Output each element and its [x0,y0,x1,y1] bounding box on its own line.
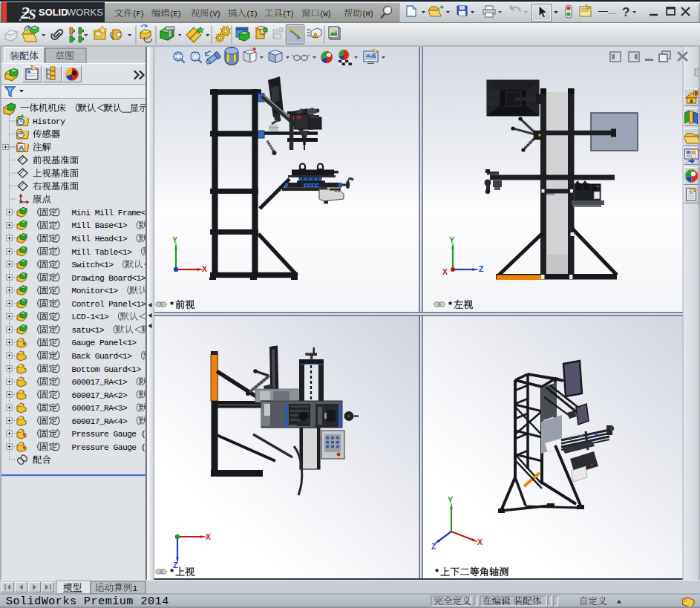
svg-text:SolidWorks Premium 2014: SolidWorks Premium 2014 [6,595,169,608]
svg-text:1: 1 [132,584,137,593]
svg-text:Z: Z [431,542,436,551]
svg-text:X: X [477,537,483,546]
svg-text:S: S [28,7,36,22]
svg-text:LCD-1<1>: LCD-1<1> [72,313,114,321]
svg-text:Y: Y [448,495,453,504]
svg-text:Y: Y [172,235,177,244]
svg-text:Monitor<1>: Monitor<1> [72,287,122,295]
svg-text:(E): (E) [170,10,181,19]
svg-text:—...: —... [598,5,616,16]
svg-text:600017_RA<4>: 600017_RA<4> [72,417,132,426]
svg-text:?: ? [622,5,629,19]
svg-text:Mill Base<1>: Mill Base<1> [72,221,132,230]
svg-text:Drawing Board<1>: Drawing Board<1> [72,274,151,283]
svg-text:Bottom Guard<1>: Bottom Guard<1> [72,365,145,374]
svg-text:600017_RA<1>: 600017_RA<1> [72,378,132,387]
svg-text:Mill Table<1>: Mill Table<1> [72,248,137,257]
svg-text:WORKS: WORKS [67,7,103,18]
svg-text:(F): (F) [133,10,144,19]
svg-text:SOLID: SOLID [39,7,68,18]
svg-text:(V): (V) [209,10,220,19]
svg-text:Pressure Gauge: Pressure Gauge [72,430,141,439]
svg-text:!: ! [315,34,316,39]
svg-text:X: X [442,267,448,276]
svg-text:Mill Head<1>: Mill Head<1> [72,235,132,243]
svg-text:600017_RA<2>: 600017_RA<2> [72,391,132,400]
svg-text:(I): (I) [246,10,258,19]
svg-text:Gauge Panel<1>: Gauge Panel<1> [72,339,141,347]
svg-text:Y: Y [449,235,454,244]
svg-text:Back Guard<1>: Back Guard<1> [72,352,137,361]
svg-text:Control Panel<1>: Control Panel<1> [72,300,151,309]
svg-text:X: X [202,264,207,273]
svg-text:(W): (W) [320,10,331,19]
svg-text:A: A [19,143,24,151]
svg-text:(T): (T) [283,10,294,19]
svg-text:(H): (H) [362,10,373,19]
svg-text:Z: Z [479,264,484,273]
svg-text:X: X [206,532,211,541]
svg-text:satu<1>: satu<1> [72,326,109,335]
svg-text:Pressure Gauge: Pressure Gauge [72,443,141,452]
svg-text:Switch<1>: Switch<1> [72,261,118,269]
svg-text:History: History [33,117,65,126]
svg-text:600017_RA<3>: 600017_RA<3> [72,404,132,413]
